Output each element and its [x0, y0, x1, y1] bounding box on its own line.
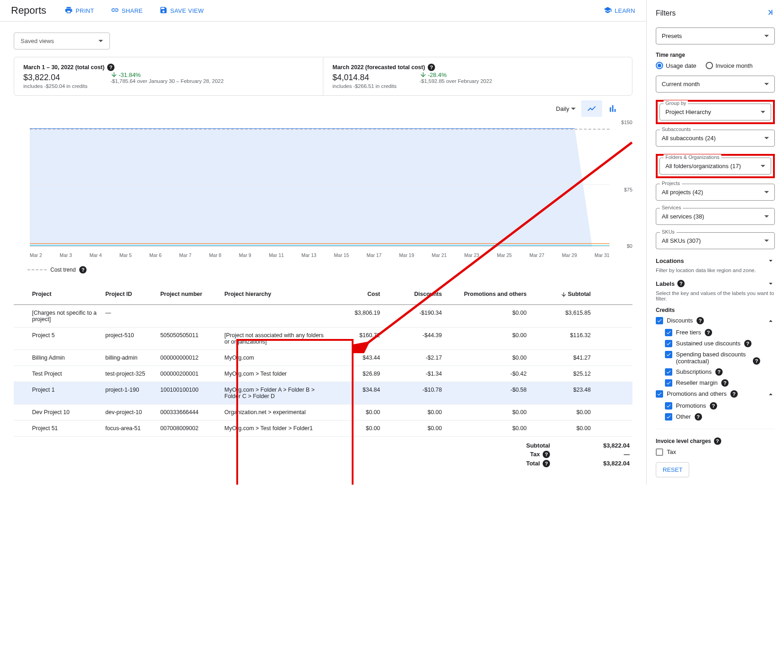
radio-usage-date[interactable]: Usage date [656, 62, 697, 69]
projects-dropdown[interactable]: ProjectsAll projects (42) [656, 184, 775, 201]
locations-section[interactable]: Locations [656, 257, 775, 265]
folders-dropdown[interactable]: Folders & OrganizationsAll folders/organ… [659, 158, 771, 175]
filters-title: Filters [656, 7, 775, 19]
checkbox-free-tiers[interactable]: Free tiers? [665, 329, 775, 336]
help-icon[interactable]: ? [715, 368, 723, 376]
help-icon[interactable]: ? [79, 266, 87, 273]
help-icon[interactable]: ? [543, 451, 550, 458]
col-discounts[interactable]: Discounts [380, 291, 442, 297]
help-icon[interactable]: ? [710, 402, 717, 410]
line-chart-toggle[interactable] [581, 100, 602, 117]
arrow-down-icon [561, 291, 567, 298]
help-icon[interactable]: ? [695, 413, 702, 421]
group-by-dropdown[interactable]: Group by Project Hierarchy [659, 104, 771, 120]
print-button[interactable]: PRINT [65, 6, 94, 16]
checkbox-promotions-others[interactable]: Promotions and others? [656, 390, 775, 399]
table-row[interactable]: Billing Adminbilling-admin000000000012My… [14, 350, 632, 366]
help-icon[interactable]: ? [428, 64, 435, 71]
help-icon[interactable]: ? [543, 460, 550, 467]
col-project-number[interactable]: Project number [160, 291, 224, 297]
checkbox-reseller[interactable]: Reseller margin? [665, 379, 775, 387]
credits-label: Credits [656, 307, 775, 313]
presets-dropdown[interactable]: Presets [656, 27, 775, 44]
chevron-down-icon [767, 279, 775, 288]
table-row[interactable]: Test Projecttest-project-325000000200001… [14, 366, 632, 382]
help-icon[interactable]: ? [753, 357, 760, 365]
learn-button[interactable]: LEARN [604, 6, 635, 16]
caret-down-icon [761, 111, 765, 113]
checkbox-other[interactable]: Other? [665, 413, 775, 421]
time-range-dropdown[interactable]: Current month [656, 76, 775, 93]
caret-down-icon [98, 40, 103, 42]
table-row[interactable]: Project 5project-510505050505011[Project… [14, 328, 632, 350]
print-icon [65, 6, 73, 16]
chart-legend: Cost trend ? [27, 266, 632, 273]
col-project-id[interactable]: Project ID [105, 291, 160, 297]
subaccounts-dropdown[interactable]: SubaccountsAll subaccounts (24) [656, 130, 775, 147]
caret-down-icon [764, 191, 769, 193]
services-dropdown[interactable]: ServicesAll services (38) [656, 208, 775, 225]
checkbox-sustained-use[interactable]: Sustained use discounts? [665, 340, 775, 347]
kpi-card: March 1 – 30, 2022 (total cost)? $3,822.… [14, 57, 632, 96]
arrow-down-icon [110, 71, 118, 78]
caret-down-icon [764, 240, 769, 242]
kpi-title: March 1 – 30, 2022 (total cost) [23, 64, 104, 71]
table-footer: Subtotal$3,822.04 Tax?— Total?$3,822.04 [14, 437, 632, 473]
caret-down-icon [571, 108, 576, 110]
kpi-note: includes -$250.04 in credits [23, 83, 87, 89]
share-button[interactable]: SHARE [111, 6, 143, 16]
chevron-up-icon [767, 390, 775, 399]
help-icon[interactable]: ? [730, 390, 738, 398]
arrow-down-icon [419, 71, 427, 78]
reset-button[interactable]: RESET [656, 462, 689, 477]
col-hierarchy[interactable]: Project hierarchy [224, 291, 330, 297]
cost-chart: $150 $75 $0 Mar 2Mar 3Mar 4Mar 5Mar 6Mar… [14, 119, 632, 261]
help-icon[interactable]: ? [705, 329, 712, 336]
caret-down-icon [761, 165, 765, 167]
table-row[interactable]: Dev Project 10dev-project-10000333666444… [14, 404, 632, 421]
checkbox-tax[interactable]: Tax [656, 448, 775, 456]
chevron-down-icon [767, 257, 775, 265]
callout-box-folders: Folders & OrganizationsAll folders/organ… [656, 154, 775, 178]
kpi-value: $3,822.04 [23, 73, 87, 82]
col-subtotal[interactable]: Subtotal [527, 291, 591, 298]
checkbox-discounts[interactable]: Discounts? [656, 317, 775, 325]
table-row[interactable]: Project 51focus-area-51007008009002MyOrg… [14, 421, 632, 437]
checkbox-subscriptions[interactable]: Subscriptions? [665, 368, 775, 376]
granularity-dropdown[interactable]: Daily [556, 105, 576, 112]
cost-table: Project Project ID Project number Projec… [14, 284, 632, 473]
caret-down-icon [764, 83, 769, 85]
invoice-charges-label: Invoice level charges? [656, 437, 775, 445]
kpi-change: -31.84% [110, 71, 223, 78]
help-icon[interactable]: ? [697, 317, 704, 324]
help-icon[interactable]: ? [107, 64, 114, 71]
school-icon [604, 6, 612, 16]
help-icon[interactable]: ? [714, 437, 721, 445]
collapse-panel-icon[interactable] [765, 7, 775, 19]
caret-down-icon [764, 137, 769, 139]
help-icon[interactable]: ? [721, 379, 729, 387]
time-range-label: Time range [656, 52, 775, 58]
table-header: Project Project ID Project number Projec… [14, 284, 632, 305]
checkbox-spending[interactable]: Spending based discounts (contractual)? [665, 351, 775, 365]
table-row[interactable]: [Charges not specific to a project]— $3,… [14, 305, 632, 328]
caret-down-icon [764, 215, 769, 218]
help-icon[interactable]: ? [744, 340, 751, 347]
save-icon [159, 6, 168, 16]
save-view-button[interactable]: SAVE VIEW [159, 6, 204, 16]
col-promotions[interactable]: Promotions and others [442, 291, 527, 297]
saved-views-dropdown[interactable]: Saved views [14, 33, 110, 49]
labels-section[interactable]: Labels? [656, 279, 775, 288]
col-project[interactable]: Project [32, 291, 105, 297]
col-cost[interactable]: Cost [330, 291, 380, 297]
checkbox-promotions[interactable]: Promotions? [665, 402, 775, 410]
page-title: Reports [11, 5, 46, 16]
bar-chart-toggle[interactable] [602, 100, 623, 117]
help-icon[interactable]: ? [677, 280, 685, 287]
link-icon [111, 6, 119, 16]
table-row[interactable]: Project 1project-1-190100100100100MyOrg.… [14, 382, 632, 404]
caret-down-icon [764, 35, 769, 37]
chevron-up-icon [767, 317, 775, 325]
radio-invoice-month[interactable]: Invoice month [706, 62, 753, 69]
skus-dropdown[interactable]: SKUsAll SKUs (307) [656, 232, 775, 249]
